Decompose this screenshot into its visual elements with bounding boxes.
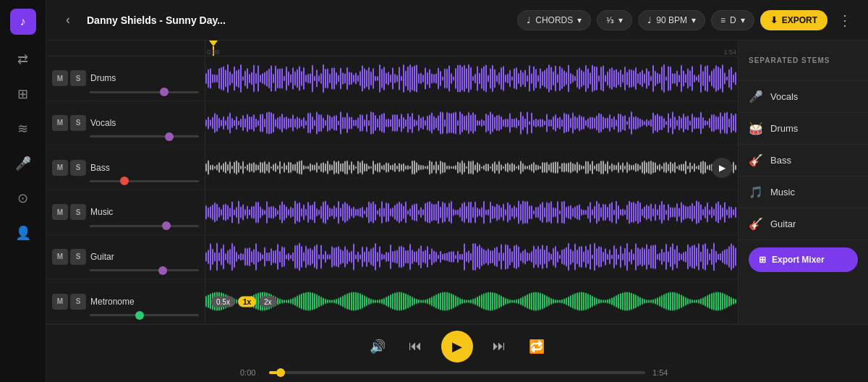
stems-panel: SEPARATED STEMS 🎤 Vocals 🥁 Drums 🎸 Bass … [738,41,868,324]
guitar-stem-icon: 🎸 [749,217,763,231]
volume-bass[interactable] [90,180,199,182]
mute-vocals[interactable]: M [52,115,68,131]
volume-vocals[interactable] [90,135,199,137]
stem-guitar[interactable]: 🎸 Guitar [739,208,868,240]
bass-stem-icon: 🎸 [749,153,763,167]
track-name-music: Music [90,207,199,217]
progress-bar-wrap: 0:00 1:54 [240,368,674,377]
waveform-icon[interactable]: ≋ [13,119,33,139]
sidebar: ♪ ⇄ ⊞ ≋ 🎤 ⊙ 👤 [0,0,46,382]
solo-guitar[interactable]: S [70,249,86,265]
metronome-speed-group: 0.5x 1x 2x [211,296,277,307]
track-name-vocals: Vocals [90,118,199,128]
app-logo[interactable]: ♪ [10,9,36,35]
waveform-vocals[interactable] [205,101,738,146]
track-controls: M S Drums M S Vocals [46,41,205,324]
track-name-guitar: Guitar [90,252,199,262]
export-button[interactable]: ⬇ EXPORT [760,10,827,30]
user-icon[interactable]: 👤 [13,223,33,243]
track-ctrl-guitar: M S Guitar [46,235,205,280]
total-time: 1:54 [652,368,674,377]
track-ctrl-music: M S Music [46,190,205,235]
stem-vocals[interactable]: 🎤 Vocals [739,81,868,113]
drums-stem-icon: 🥁 [749,122,763,135]
stems-header: SEPARATED STEMS [739,41,868,81]
current-time: 0:00 [240,368,262,377]
speed-2x[interactable]: 2x [259,296,277,307]
bass-play-overlay[interactable]: ▶ [712,158,732,178]
tuner-icon[interactable]: ⊞ [13,84,33,104]
key-button[interactable]: ≡ D ▾ [711,10,754,30]
bpm-button[interactable]: ♩ 90 BPM ▾ [638,10,705,30]
mic-icon[interactable]: 🎤 [13,153,33,174]
dashboard-icon[interactable]: ⊙ [13,188,33,208]
share-icon[interactable]: ⇄ [13,49,33,69]
tracks-container: M S Drums M S Vocals [46,41,868,324]
volume-button[interactable]: 🔊 [366,335,389,358]
track-ctrl-vocals: M S Vocals [46,101,205,146]
solo-vocals[interactable]: S [70,115,86,131]
waveform-music[interactable] [205,190,738,235]
fast-forward-button[interactable]: ⏭ [488,335,511,358]
stem-drums[interactable]: 🥁 Drums [739,113,868,145]
chords-icon: ♩ [527,15,531,25]
vocals-stem-icon: 🎤 [749,90,763,103]
topbar: ‹ Danny Shields - Sunny Day... ♩ CHORDS … [46,0,868,41]
progress-track[interactable] [269,371,645,374]
track-name-drums: Drums [90,73,199,83]
track-ctrl-metronome: M S Metronome [46,279,205,324]
ms-group-drums: M S [52,70,86,86]
ruler-end: 1:54 [723,48,736,56]
mute-music[interactable]: M [52,204,68,220]
speed-0.5x[interactable]: 0.5x [211,296,235,307]
volume-guitar[interactable] [90,269,199,271]
time-sig-button[interactable]: ¹⁄₃ ▾ [597,10,632,30]
stem-bass[interactable]: 🎸 Bass [739,145,868,177]
key-icon: ≡ [720,15,726,25]
back-button[interactable]: ‹ [58,10,78,30]
mute-bass[interactable]: M [52,160,68,176]
rewind-button[interactable]: ⏮ [404,335,427,358]
solo-metronome[interactable]: S [70,294,86,310]
mute-metronome[interactable]: M [52,294,68,310]
track-ctrl-bass: M S Bass [46,145,205,190]
solo-bass[interactable]: S [70,160,86,176]
export-mixer-button[interactable]: ⊞ Export Mixer [749,247,858,272]
export-mixer-icon: ⊞ [759,255,766,265]
progress-thumb[interactable] [276,368,285,377]
waveform-bass[interactable]: ▶ [205,145,738,190]
waveform-drums[interactable] [205,56,738,101]
topbar-controls: ♩ CHORDS ▾ ¹⁄₃ ▾ ♩ 90 BPM ▾ ≡ D ▾ ⬇ EXPO… [517,9,856,32]
loop-button[interactable]: 🔁 [525,335,548,358]
track-name-metronome: Metronome [90,297,199,307]
ruler-start: 0:00 [207,48,220,56]
solo-music[interactable]: S [70,204,86,220]
solo-drums[interactable]: S [70,70,86,86]
more-button[interactable]: ⋮ [833,9,856,32]
mute-drums[interactable]: M [52,70,68,86]
speed-1x[interactable]: 1x [238,296,256,307]
waveform-guitar[interactable] [205,235,738,280]
play-button[interactable]: ▶ [441,331,473,362]
track-ctrl-drums: M S Drums [46,56,205,101]
music-stem-icon: 🎵 [749,185,763,199]
playback-buttons: 🔊 ⏮ ▶ ⏭ 🔁 [366,331,548,362]
waveforms-area: 0:00 1:54 ▶ [205,41,738,324]
stem-music[interactable]: 🎵 Music [739,177,868,208]
export-icon: ⬇ [770,15,778,25]
song-title: Danny Shields - Sunny Day... [87,14,509,26]
main-area: ‹ Danny Shields - Sunny Day... ♩ CHORDS … [46,0,868,382]
waveform-metronome[interactable]: 0.5x 1x 2x [205,279,738,324]
volume-drums[interactable] [90,91,199,93]
chords-button[interactable]: ♩ CHORDS ▾ [517,10,591,30]
volume-music[interactable] [90,225,199,227]
timeline-ruler: 0:00 1:54 [205,41,738,56]
timeline-spacer [46,41,205,56]
track-name-bass: Bass [90,163,199,173]
mute-guitar[interactable]: M [52,249,68,265]
bottom-controls: 🔊 ⏮ ▶ ⏭ 🔁 0:00 1:54 [46,324,868,382]
volume-metronome[interactable] [90,314,199,316]
bpm-icon: ♩ [647,15,652,25]
